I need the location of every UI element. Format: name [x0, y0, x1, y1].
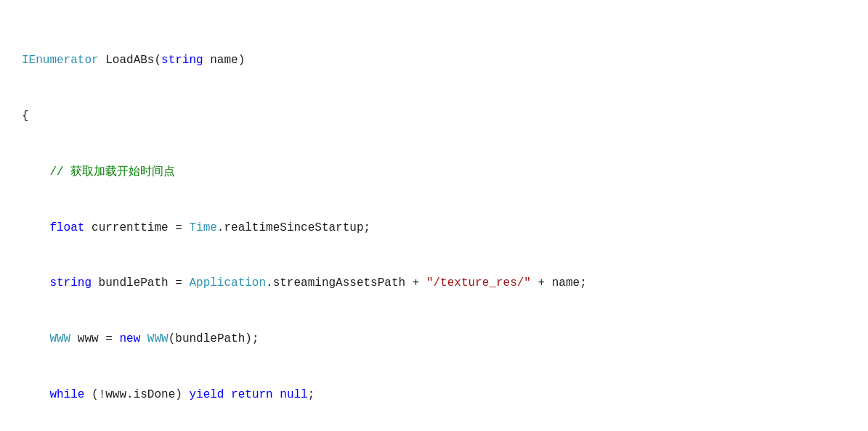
code-line-3: // 获取加载开始时间点: [22, 163, 846, 182]
keyword-string2: string: [49, 276, 92, 290]
code-text: [22, 332, 49, 345]
code-text: [224, 388, 231, 401]
keyword-string: string: [161, 54, 203, 67]
type-application: Application: [189, 276, 266, 290]
code-text: [22, 388, 49, 401]
code-text: [273, 388, 280, 401]
keyword-while: while: [49, 388, 84, 401]
code-editor: IEnumerator LoadABs(string name) { // 获取…: [22, 15, 846, 431]
comment-text: // 获取加载开始时间点: [49, 165, 175, 178]
code-text: (!www.isDone): [84, 388, 189, 401]
code-text: [22, 165, 49, 178]
code-text: name): [203, 54, 246, 67]
code-text: ;: [308, 388, 315, 401]
type-www2: WWW: [147, 332, 169, 345]
code-text: .realtimeSinceStartup;: [217, 221, 370, 234]
type-www: WWW: [49, 332, 70, 345]
code-text: .streamingAssetsPath +: [266, 276, 426, 290]
type-time: Time: [189, 221, 216, 234]
string-texture: "/texture_res/": [426, 276, 531, 290]
type-keyword: IEnumerator: [22, 54, 99, 67]
code-text: [22, 276, 49, 290]
code-text: LoadABs(: [99, 54, 161, 67]
code-text: {: [22, 110, 29, 123]
keyword-null: null: [280, 388, 307, 401]
keyword-return: return: [231, 388, 273, 401]
code-text: [140, 332, 147, 345]
code-text: + name;: [531, 276, 587, 290]
code-line-2: {: [22, 107, 846, 126]
code-line-6: WWW www = new WWW(bundlePath);: [22, 330, 846, 349]
code-line-5: string bundlePath = Application.streamin…: [22, 274, 846, 293]
code-text: bundlePath =: [92, 276, 189, 290]
keyword-new: new: [119, 332, 140, 345]
keyword-yield: yield: [189, 388, 224, 401]
code-line-1: IEnumerator LoadABs(string name): [22, 52, 846, 70]
keyword-float: float: [49, 221, 84, 234]
code-text: [22, 221, 49, 234]
code-text: www =: [70, 332, 119, 345]
code-line-7: while (!www.isDone) yield return null;: [22, 386, 846, 405]
code-text: currenttime =: [84, 221, 189, 234]
code-line-4: float currenttime = Time.realtimeSinceSt…: [22, 219, 846, 238]
code-text: (bundlePath);: [169, 332, 259, 345]
